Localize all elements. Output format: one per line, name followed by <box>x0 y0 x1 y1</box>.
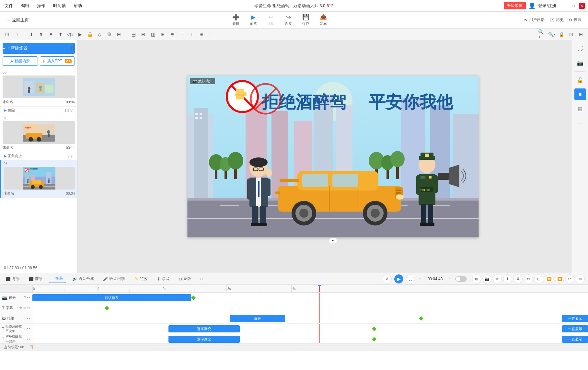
text2-dot1[interactable]: • <box>27 337 28 341</box>
reject-dot1[interactable]: • <box>27 317 28 320</box>
align-top[interactable]: ⊤ <box>178 30 186 38</box>
lock-tool[interactable]: 🔒 <box>86 30 94 38</box>
tab-extra[interactable]: ⊙ <box>198 274 206 283</box>
distribute-h[interactable]: ⊞ <box>159 30 167 38</box>
more-button[interactable]: ··· <box>574 117 586 129</box>
align-center-v[interactable]: ⊟ <box>139 30 147 38</box>
close-button[interactable]: ✕ <box>579 3 585 9</box>
history-button[interactable]: 🕐 历史 <box>550 17 564 23</box>
flip-h[interactable]: ◁▷ <box>66 30 74 38</box>
upgrade-button[interactable]: 升级繁体 <box>504 2 526 9</box>
zoom-in-button[interactable]: 🔍+ <box>538 30 546 38</box>
login-button[interactable]: 登录/注册 <box>538 3 556 9</box>
distribute-v[interactable]: ≡ <box>168 30 176 38</box>
menu-operate[interactable]: 操作 <box>36 2 47 9</box>
screenshot-button[interactable]: 📷 <box>574 57 586 69</box>
undo-button[interactable]: ↩ 撤销 <box>265 12 277 28</box>
move-up-button[interactable]: ⬆ <box>503 274 512 283</box>
ai-scene-button[interactable]: A 智能场景 <box>3 56 38 66</box>
layers-button[interactable]: ▤ <box>574 103 586 114</box>
align-top-edge[interactable]: ⬆ <box>57 30 64 38</box>
tab-voice-recognition[interactable]: 🎤 语音识别 <box>100 274 127 283</box>
sub-delete-icon[interactable]: 🗑 <box>19 306 22 310</box>
join-button[interactable]: ⊟ <box>534 274 543 283</box>
menu-file[interactable]: 文件 <box>3 2 14 9</box>
text2-diamond[interactable] <box>372 337 376 341</box>
settings-button[interactable]: ⚙ 设置 <box>569 17 582 23</box>
sub-dot2-icon[interactable]: • <box>29 306 30 310</box>
back-home-button[interactable]: ← 返回主页 <box>6 17 29 23</box>
color-block-button[interactable]: ■ <box>574 88 586 100</box>
loop-toggle[interactable] <box>455 276 467 282</box>
text2-always-show[interactable]: 一直显示 <box>562 336 588 343</box>
subtitle-diamond[interactable] <box>105 306 109 310</box>
preview-button[interactable]: ▶ 预览 <box>247 12 259 28</box>
group-tool[interactable]: ◇ <box>96 30 103 38</box>
new-scene-button[interactable]: + + 新建场景 🎵 <box>3 43 75 54</box>
plus-icon[interactable]: ＋ <box>447 275 453 282</box>
shot-settings-icon[interactable]: • <box>29 296 30 299</box>
move-down-button[interactable]: ⬇ <box>513 274 523 283</box>
align-bottom[interactable]: ⬇ <box>28 30 35 38</box>
menu-help[interactable]: 帮助 <box>72 2 83 9</box>
copy-tool[interactable]: ⊞ <box>115 30 123 38</box>
text1-always-show[interactable]: 一直显示 <box>562 325 588 332</box>
menu-timeline[interactable]: 时间轴 <box>52 2 67 9</box>
insert-ppt-button[interactable]: P 插入PPT VIP <box>40 56 75 66</box>
sub-copy-icon[interactable]: ⊞ <box>23 306 26 310</box>
transition-item-02[interactable]: ▶ 圆角向上 2(s) <box>0 152 77 160</box>
canvas-expand-button[interactable]: ∨ <box>329 238 337 243</box>
tab-effects[interactable]: ✨ 特效 <box>131 274 150 283</box>
reject-diamond[interactable] <box>419 316 423 321</box>
reject-always-show[interactable]: 一直显示 <box>562 315 588 322</box>
snap-button[interactable]: ⊞ <box>472 274 481 283</box>
tab-background[interactable]: ⬛ 背景 <box>3 274 22 283</box>
text1-block[interactable]: 逐字渐变 <box>168 325 240 332</box>
reject-block-expand[interactable]: 展开 <box>230 315 285 322</box>
camera-button[interactable]: 📷 <box>482 274 491 283</box>
feedback-button[interactable]: 👁 用户反馈 <box>524 17 545 23</box>
text1-diamond[interactable] <box>372 327 376 331</box>
speed-up-button[interactable]: ⏩ <box>545 274 554 283</box>
unlock-button[interactable]: 🔓 <box>574 74 586 86</box>
split-button[interactable]: ✂ <box>524 274 533 283</box>
publish-button[interactable]: 📤 发布 <box>317 12 329 28</box>
loop-button[interactable]: ⟳ <box>565 274 574 283</box>
sub-dot1-icon[interactable]: • <box>27 306 28 310</box>
edit-button[interactable]: ✏ <box>493 274 502 283</box>
maximize-button[interactable]: □ <box>571 3 576 9</box>
shot-diamond[interactable] <box>191 295 196 300</box>
save-button[interactable]: 💾 保存 <box>300 12 312 28</box>
scene-item-08[interactable]: 08 <box>0 160 77 198</box>
align-center-h[interactable]: ≡ <box>47 30 55 38</box>
scene-item-06[interactable]: 06 <box>0 68 77 107</box>
end-button[interactable]: ⊕ <box>576 274 585 283</box>
zoom-out-button[interactable]: 🔍- <box>548 30 556 38</box>
align-bottom2[interactable]: ⊥ <box>188 30 196 38</box>
align-left[interactable]: ▤ <box>130 30 137 38</box>
paste-frame[interactable]: ⊞ <box>577 30 585 38</box>
tab-foreground[interactable]: ⬛ 前景 <box>26 274 45 283</box>
tab-subtitle[interactable]: T 字幕 <box>49 274 66 283</box>
more-align[interactable]: ⊞ <box>198 30 205 38</box>
text1-dot1[interactable]: • <box>27 327 28 330</box>
redo-button[interactable]: ↪ 恢复 <box>282 12 294 28</box>
delete-tool[interactable]: 🗑 <box>105 30 113 38</box>
play-pause-button[interactable]: ▶ <box>394 274 403 283</box>
menu-edit[interactable]: 编辑 <box>19 2 30 9</box>
shot-block-default[interactable]: 默认镜头 <box>32 294 191 301</box>
tab-record[interactable]: 🎙 录音 <box>154 274 172 283</box>
tab-voice-synthesis[interactable]: 🔊 语音合成 <box>70 274 97 283</box>
transition-item-01[interactable]: ▶ 擦除 1.5(s) <box>0 107 77 114</box>
minimize-button[interactable]: ─ <box>562 3 568 9</box>
fit-screen-button[interactable]: ⛶ <box>574 43 586 54</box>
restart-button[interactable]: ↺ <box>383 274 392 283</box>
align-up[interactable]: ⬆ <box>37 30 45 38</box>
align-right[interactable]: ▥ <box>149 30 157 38</box>
select-tool[interactable]: ⊡ <box>3 30 11 38</box>
send-forward[interactable]: ▶ <box>76 30 84 38</box>
reject-dot2[interactable]: • <box>29 317 30 320</box>
text1-dot2[interactable]: • <box>29 327 30 330</box>
sub-add-icon[interactable]: + <box>16 306 18 310</box>
user-avatar-icon[interactable]: 👤 <box>528 2 536 9</box>
